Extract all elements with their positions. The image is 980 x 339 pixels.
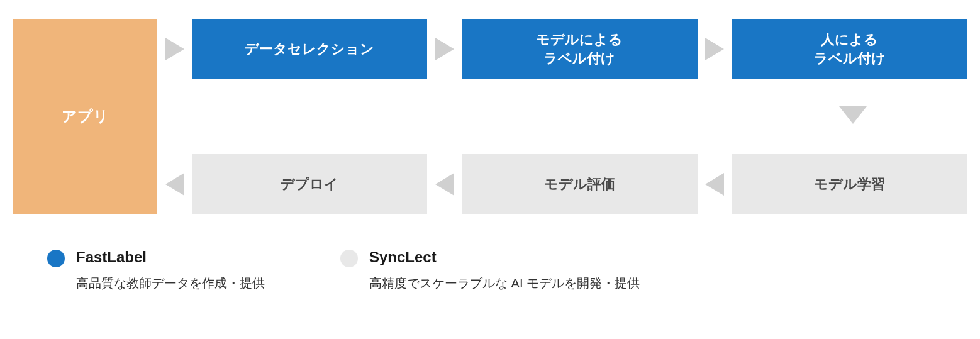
bottom-flow-row: デプロイ モデル評価 モデル学習 — [157, 154, 967, 214]
step-deploy: デプロイ — [192, 154, 427, 214]
step-data-selection: データセレクション — [192, 19, 427, 79]
svg-marker-5 — [435, 173, 454, 196]
svg-marker-2 — [705, 38, 724, 60]
step-model-eval: モデル評価 — [462, 154, 697, 214]
flow-column: データセレクション モデルによる ラベル付け 人による ラベル付け — [157, 19, 967, 214]
step-label: 人による ラベル付け — [814, 30, 886, 67]
down-arrow-row — [157, 99, 967, 134]
svg-marker-4 — [165, 173, 184, 196]
top-flow-row: データセレクション モデルによる ラベル付け 人による ラベル付け — [157, 19, 967, 79]
arrow-right-icon — [157, 38, 192, 60]
svg-marker-1 — [435, 38, 454, 60]
arrow-down-icon — [839, 106, 867, 126]
app-label: アプリ — [62, 106, 109, 126]
legend-dot-blue-icon — [47, 250, 65, 267]
step-human-labeling: 人による ラベル付け — [732, 19, 967, 79]
step-model-train: モデル学習 — [732, 154, 967, 214]
step-label: モデル評価 — [544, 175, 615, 194]
svg-marker-6 — [705, 173, 724, 196]
legend-dot-grey-icon — [340, 250, 358, 267]
legend-item-synclect: SyncLect 高精度でスケーラブルな AI モデルを開発・提供 — [340, 248, 640, 292]
arrow-right-icon — [698, 38, 732, 60]
svg-marker-3 — [839, 106, 867, 124]
step-label: データセレクション — [245, 40, 374, 58]
legend-desc: 高精度でスケーラブルな AI モデルを開発・提供 — [369, 275, 640, 292]
step-label: デプロイ — [281, 175, 338, 194]
legend-desc: 高品質な教師データを作成・提供 — [76, 275, 265, 292]
legend-title: SyncLect — [369, 248, 640, 266]
legend-item-fastlabel: FastLabel 高品質な教師データを作成・提供 — [47, 248, 265, 292]
step-label: モデル学習 — [814, 175, 885, 194]
arrow-left-icon — [157, 173, 192, 196]
arrow-right-icon — [427, 38, 462, 60]
arrow-left-icon — [427, 173, 462, 196]
legend-text: FastLabel 高品質な教師データを作成・提供 — [76, 248, 265, 292]
app-box: アプリ — [13, 19, 157, 214]
legend-title: FastLabel — [76, 248, 265, 266]
arrow-left-icon — [698, 173, 732, 196]
legend: FastLabel 高品質な教師データを作成・提供 SyncLect 高精度でス… — [13, 248, 967, 292]
svg-marker-0 — [165, 38, 184, 60]
workflow-diagram: アプリ データセレクション モデルによる ラベル付け 人による ラベル付け — [13, 19, 967, 214]
step-label: モデルによる ラベル付け — [536, 30, 623, 67]
step-model-labeling: モデルによる ラベル付け — [462, 19, 697, 79]
legend-text: SyncLect 高精度でスケーラブルな AI モデルを開発・提供 — [369, 248, 640, 292]
